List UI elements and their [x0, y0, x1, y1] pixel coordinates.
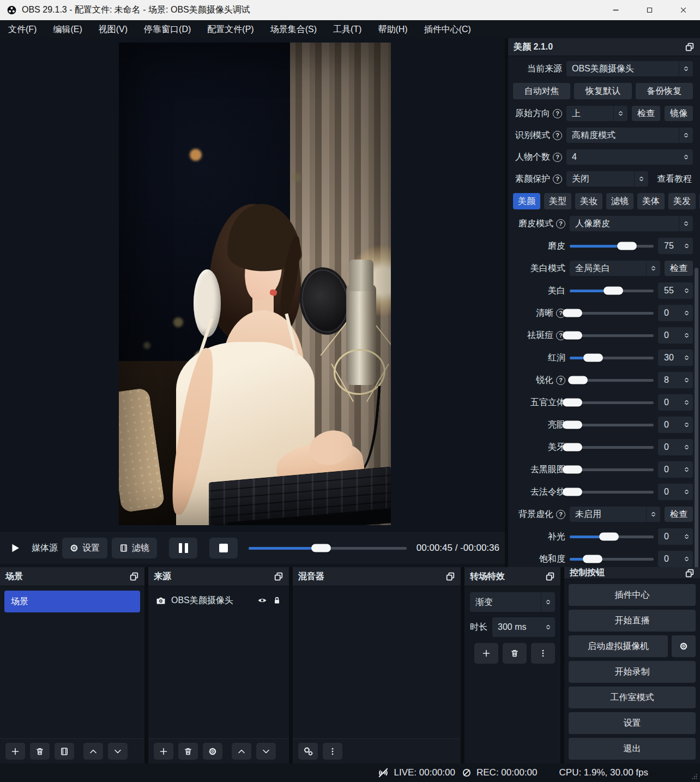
- studio-mode-button[interactable]: 工作室模式: [569, 687, 696, 708]
- white-teeth-value[interactable]: 0: [658, 439, 693, 455]
- spinner-icon[interactable]: [684, 443, 690, 452]
- lock-icon[interactable]: [273, 596, 281, 605]
- white-teeth-slider[interactable]: [570, 440, 654, 455]
- makeup-protect-select[interactable]: 关闭: [566, 171, 648, 187]
- tab-hair[interactable]: 美发: [668, 193, 696, 209]
- spinner-icon[interactable]: [679, 128, 693, 143]
- menu-item-3[interactable]: 停靠窗口(D): [136, 20, 199, 38]
- advanced-audio-button[interactable]: [298, 743, 318, 760]
- scrollbar-thumb[interactable]: [695, 268, 698, 573]
- help-icon[interactable]: ?: [553, 131, 562, 140]
- move-scene-down-button[interactable]: [108, 743, 128, 760]
- start-recording-button[interactable]: 开始录制: [569, 661, 696, 683]
- clarity-value[interactable]: 0: [658, 305, 693, 321]
- tab-beauty[interactable]: 美颜: [513, 193, 540, 209]
- transition-select[interactable]: 渐变: [470, 592, 555, 612]
- backup-restore-button[interactable]: 备份恢复: [636, 83, 693, 99]
- spinner-icon[interactable]: [679, 149, 693, 165]
- spinner-icon[interactable]: [679, 216, 693, 231]
- dark-circles-value[interactable]: 0: [658, 461, 693, 478]
- beauty-scrollbar[interactable]: [694, 247, 699, 565]
- resize-grip[interactable]: [691, 773, 698, 780]
- help-icon[interactable]: ?: [553, 153, 562, 162]
- whiten-slider[interactable]: [570, 283, 654, 298]
- tab-body[interactable]: 美体: [637, 193, 665, 209]
- dock-float-icon[interactable]: [274, 572, 283, 581]
- view-tutorial-link[interactable]: 查看教程: [656, 173, 693, 185]
- spinner-icon[interactable]: [684, 555, 690, 563]
- fill-light-slider[interactable]: [570, 529, 654, 544]
- media-filters-button[interactable]: 滤镜: [112, 538, 157, 558]
- smooth-value[interactable]: 75: [658, 238, 693, 254]
- spinner-icon[interactable]: [684, 242, 690, 250]
- move-scene-up-button[interactable]: [83, 743, 103, 760]
- transition-menu-button[interactable]: [531, 643, 555, 664]
- tab-makeup[interactable]: 美妆: [575, 193, 602, 209]
- remove-scene-button[interactable]: [30, 743, 50, 760]
- virtual-camera-settings-button[interactable]: [672, 635, 696, 657]
- nasolabial-value[interactable]: 0: [658, 484, 693, 500]
- face-3d-value[interactable]: 0: [658, 394, 693, 411]
- menu-item-6[interactable]: 工具(T): [325, 20, 370, 38]
- mirror-button[interactable]: 镜像: [665, 106, 693, 121]
- tab-filter[interactable]: 滤镜: [606, 193, 633, 209]
- menu-item-1[interactable]: 编辑(E): [45, 20, 90, 38]
- stop-button[interactable]: [209, 538, 238, 558]
- move-source-up-button[interactable]: [232, 743, 251, 760]
- whiten-mode-check-button[interactable]: 检查: [665, 261, 693, 276]
- spinner-icon[interactable]: [684, 488, 690, 496]
- remove-transition-button[interactable]: [503, 643, 527, 664]
- anti-acne-value[interactable]: 0: [658, 327, 693, 344]
- pause-button[interactable]: [169, 538, 197, 558]
- smooth-slider[interactable]: [570, 238, 654, 254]
- scene-filters-button[interactable]: [55, 743, 74, 760]
- add-source-button[interactable]: [154, 743, 173, 760]
- menu-item-8[interactable]: 插件中心(C): [416, 20, 479, 38]
- tab-shape[interactable]: 美型: [544, 193, 571, 209]
- mixer-menu-button[interactable]: [323, 743, 342, 760]
- source-list-item[interactable]: OBS美颜摄像头: [148, 589, 289, 611]
- move-source-down-button[interactable]: [256, 743, 276, 760]
- bright-eyes-slider[interactable]: [570, 417, 654, 432]
- exit-button[interactable]: 退出: [569, 738, 696, 760]
- scene-list-item[interactable]: 场景: [4, 591, 140, 612]
- spinner-icon[interactable]: [684, 398, 690, 407]
- restore-defaults-button[interactable]: 恢复默认: [574, 83, 631, 99]
- person-count-spinner[interactable]: 4: [566, 149, 693, 165]
- spinner-icon[interactable]: [684, 331, 690, 340]
- dock-float-icon[interactable]: [129, 572, 139, 581]
- dock-float-icon[interactable]: [685, 42, 695, 52]
- help-icon[interactable]: ?: [553, 109, 562, 118]
- close-button[interactable]: [666, 0, 700, 20]
- add-scene-button[interactable]: [5, 743, 25, 760]
- visibility-eye-icon[interactable]: [257, 595, 267, 605]
- menu-item-4[interactable]: 配置文件(P): [199, 20, 262, 38]
- whiten-mode-select[interactable]: 全局美白: [570, 261, 660, 276]
- whiten-value[interactable]: 55: [658, 282, 693, 299]
- dark-circles-slider[interactable]: [570, 462, 654, 477]
- spinner-icon[interactable]: [684, 532, 690, 541]
- duration-spinner[interactable]: 300 ms: [492, 617, 555, 637]
- spinner-icon[interactable]: [646, 261, 660, 276]
- current-source-select[interactable]: OBS美颜摄像头: [566, 61, 693, 76]
- source-properties-button[interactable]: [203, 743, 222, 760]
- spinner-icon[interactable]: [684, 376, 690, 384]
- add-transition-button[interactable]: [474, 643, 498, 664]
- menu-item-5[interactable]: 场景集合(S): [262, 20, 325, 38]
- dock-float-icon[interactable]: [545, 572, 555, 581]
- remove-source-button[interactable]: [178, 743, 198, 760]
- face-3d-slider[interactable]: [570, 395, 654, 410]
- help-icon[interactable]: ?: [553, 175, 562, 184]
- smooth-mode-select[interactable]: 人像磨皮: [570, 216, 693, 231]
- anti-acne-slider[interactable]: [570, 328, 654, 343]
- dock-float-icon[interactable]: [685, 568, 695, 578]
- sharpen-slider[interactable]: [570, 372, 654, 388]
- spinner-icon[interactable]: [634, 171, 648, 187]
- autofocus-button[interactable]: 自动对焦: [513, 83, 570, 99]
- media-progress-slider[interactable]: [249, 540, 407, 556]
- spinner-icon[interactable]: [684, 420, 690, 429]
- settings-button[interactable]: 设置: [569, 712, 696, 734]
- help-icon[interactable]: ?: [556, 510, 565, 519]
- spinner-icon[interactable]: [684, 309, 690, 317]
- plugin-center-button[interactable]: 插件中心: [569, 584, 696, 606]
